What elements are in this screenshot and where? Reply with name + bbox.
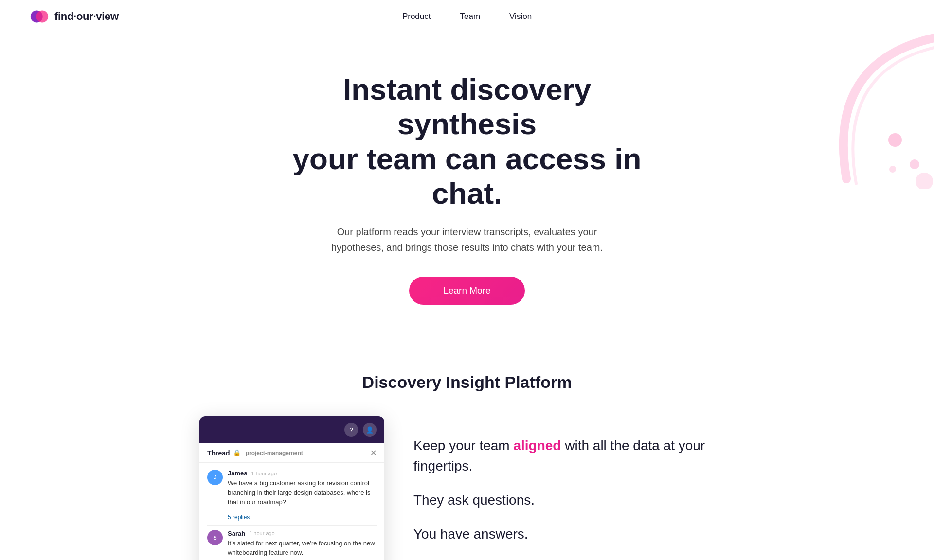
msg-content-sarah-1: Sarah 1 hour ago It's slated for next qu… xyxy=(228,530,377,558)
discovery-content: ? 👤 Thread 🔒 project-management ✕ J xyxy=(199,416,735,560)
avatar-sarah: S xyxy=(207,530,223,545)
svg-point-3 xyxy=(910,159,919,169)
discovery-section: Discovery Insight Platform ? 👤 Thread 🔒 … xyxy=(0,334,934,560)
svg-point-5 xyxy=(916,173,933,189)
svg-point-1 xyxy=(36,10,48,22)
nav-link-team[interactable]: Team xyxy=(460,12,481,21)
hero-heading: Instant discovery synthesis your team ca… xyxy=(277,72,657,210)
thread-label: Thread xyxy=(207,449,230,457)
discovery-text-line3: You have answers. xyxy=(413,524,735,544)
discovery-right-text: Keep your team aligned with all the data… xyxy=(413,416,735,558)
avatar-james: J xyxy=(207,470,223,485)
replies-count: 5 replies xyxy=(207,514,377,521)
chat-mockup: ? 👤 Thread 🔒 project-management ✕ J xyxy=(199,416,384,560)
chat-header-icons: ? 👤 xyxy=(344,423,377,437)
discovery-aligned-text: Keep your team aligned with all the data… xyxy=(413,436,735,476)
hero-section: Instant discovery synthesis your team ca… xyxy=(0,33,934,334)
chat-subheader: Thread 🔒 project-management ✕ xyxy=(199,443,384,463)
chat-divider xyxy=(207,525,377,526)
highlight-aligned: aligned xyxy=(513,438,561,453)
msg-name: Sarah xyxy=(228,530,245,537)
msg-time: 1 hour ago xyxy=(249,530,275,536)
logo-link[interactable]: find·our·view xyxy=(29,6,119,27)
msg-text: It's slated for next quarter, we're focu… xyxy=(228,539,377,558)
nav-link-product[interactable]: Product xyxy=(402,12,431,21)
chat-thread-title: Thread 🔒 project-management xyxy=(207,449,303,457)
msg-header: James 1 hour ago xyxy=(228,470,377,477)
navbar: find·our·view Product Team Vision xyxy=(0,0,934,33)
nav-links: Product Team Vision xyxy=(402,12,532,21)
chat-close-button[interactable]: ✕ xyxy=(370,448,377,457)
chat-message: J James 1 hour ago We have a big custome… xyxy=(207,470,377,507)
logo-text: find·our·view xyxy=(54,10,119,23)
hero-subtitle: Our platform reads your interview transc… xyxy=(321,224,613,255)
chat-header-icon-question: ? xyxy=(344,423,358,437)
chat-header-icon-avatar: 👤 xyxy=(363,423,377,437)
msg-time: 1 hour ago xyxy=(251,471,277,476)
discovery-title: Discovery Insight Platform xyxy=(29,373,905,392)
discovery-text-line2: They ask questions. xyxy=(413,490,735,510)
msg-name: James xyxy=(228,470,247,477)
chat-header: ? 👤 xyxy=(199,416,384,443)
bg-arc-decor xyxy=(798,33,934,189)
channel-tag: project-management xyxy=(246,450,303,456)
learn-more-button[interactable]: Learn More xyxy=(409,277,524,305)
msg-header: Sarah 1 hour ago xyxy=(228,530,377,537)
svg-point-4 xyxy=(889,166,896,173)
chat-body: J James 1 hour ago We have a big custome… xyxy=(199,463,384,560)
logo-icon xyxy=(29,6,50,27)
msg-content-james-1: James 1 hour ago We have a big customer … xyxy=(228,470,377,507)
chat-message: S Sarah 1 hour ago It's slated for next … xyxy=(207,530,377,558)
msg-text: We have a big customer asking for revisi… xyxy=(228,478,377,507)
svg-point-2 xyxy=(888,133,902,147)
nav-link-vision[interactable]: Vision xyxy=(509,12,532,21)
